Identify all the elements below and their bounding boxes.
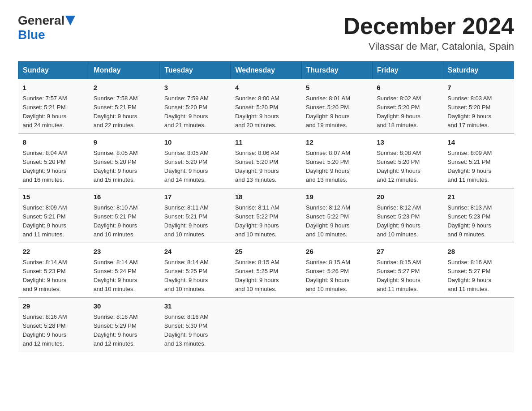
calendar-cell — [231, 298, 301, 352]
calendar-cell: 28Sunrise: 8:16 AM Sunset: 5:27 PM Dayli… — [443, 243, 514, 298]
day-info: Sunrise: 8:15 AM Sunset: 5:27 PM Dayligh… — [377, 258, 438, 294]
calendar-cell: 16Sunrise: 8:10 AM Sunset: 5:21 PM Dayli… — [89, 188, 160, 243]
day-number: 22 — [23, 247, 85, 257]
day-info: Sunrise: 8:03 AM Sunset: 5:20 PM Dayligh… — [447, 94, 509, 130]
day-info: Sunrise: 8:10 AM Sunset: 5:21 PM Dayligh… — [94, 203, 155, 240]
column-header-tuesday: Tuesday — [160, 62, 231, 79]
day-info: Sunrise: 8:09 AM Sunset: 5:21 PM Dayligh… — [23, 203, 85, 240]
calendar-cell: 15Sunrise: 8:09 AM Sunset: 5:21 PM Dayli… — [18, 188, 89, 243]
calendar-subtitle: Vilassar de Mar, Catalonia, Spain — [343, 41, 514, 52]
calendar-cell: 1Sunrise: 7:57 AM Sunset: 5:21 PM Daylig… — [18, 79, 89, 134]
calendar-cell: 23Sunrise: 8:14 AM Sunset: 5:24 PM Dayli… — [89, 243, 160, 298]
day-info: Sunrise: 8:05 AM Sunset: 5:20 PM Dayligh… — [94, 149, 155, 185]
calendar-cell: 25Sunrise: 8:15 AM Sunset: 5:25 PM Dayli… — [231, 243, 301, 298]
day-info: Sunrise: 8:00 AM Sunset: 5:20 PM Dayligh… — [235, 94, 297, 130]
day-info: Sunrise: 8:14 AM Sunset: 5:24 PM Dayligh… — [94, 258, 155, 294]
day-info: Sunrise: 8:16 AM Sunset: 5:27 PM Dayligh… — [447, 258, 509, 294]
day-info: Sunrise: 8:08 AM Sunset: 5:20 PM Dayligh… — [377, 149, 438, 185]
calendar-cell: 21Sunrise: 8:13 AM Sunset: 5:23 PM Dayli… — [443, 188, 514, 243]
calendar-cell: 7Sunrise: 8:03 AM Sunset: 5:20 PM Daylig… — [443, 79, 514, 134]
day-info: Sunrise: 8:04 AM Sunset: 5:20 PM Dayligh… — [23, 149, 85, 185]
calendar-cell: 17Sunrise: 8:11 AM Sunset: 5:21 PM Dayli… — [160, 188, 231, 243]
day-number: 7 — [447, 83, 509, 93]
column-header-friday: Friday — [372, 62, 443, 79]
day-info: Sunrise: 8:05 AM Sunset: 5:20 PM Dayligh… — [164, 149, 226, 185]
calendar-cell: 8Sunrise: 8:04 AM Sunset: 5:20 PM Daylig… — [18, 134, 89, 188]
calendar-cell: 12Sunrise: 8:07 AM Sunset: 5:20 PM Dayli… — [301, 134, 372, 188]
day-info: Sunrise: 8:12 AM Sunset: 5:22 PM Dayligh… — [306, 203, 368, 240]
day-number: 1 — [23, 83, 85, 93]
day-number: 18 — [235, 192, 297, 202]
calendar-title: December 2024 — [343, 13, 514, 39]
day-number: 17 — [164, 192, 226, 202]
svg-marker-0 — [65, 16, 75, 26]
day-number: 30 — [94, 301, 155, 312]
day-number: 8 — [23, 137, 85, 148]
calendar-cell: 27Sunrise: 8:15 AM Sunset: 5:27 PM Dayli… — [372, 243, 443, 298]
day-number: 25 — [235, 247, 297, 257]
page-header: General Blue December 2024 Vilassar de M… — [18, 13, 514, 52]
calendar-week-row: 15Sunrise: 8:09 AM Sunset: 5:21 PM Dayli… — [18, 188, 514, 243]
day-number: 28 — [447, 247, 509, 257]
calendar-cell: 14Sunrise: 8:09 AM Sunset: 5:21 PM Dayli… — [443, 134, 514, 188]
day-number: 19 — [306, 192, 368, 202]
column-header-monday: Monday — [89, 62, 160, 79]
calendar-cell: 11Sunrise: 8:06 AM Sunset: 5:20 PM Dayli… — [231, 134, 301, 188]
day-number: 26 — [306, 247, 368, 257]
calendar-cell: 30Sunrise: 8:16 AM Sunset: 5:29 PM Dayli… — [89, 298, 160, 352]
calendar-cell: 31Sunrise: 8:16 AM Sunset: 5:30 PM Dayli… — [160, 298, 231, 352]
day-info: Sunrise: 8:11 AM Sunset: 5:22 PM Dayligh… — [235, 203, 297, 240]
calendar-cell: 5Sunrise: 8:01 AM Sunset: 5:20 PM Daylig… — [301, 79, 372, 134]
day-info: Sunrise: 7:58 AM Sunset: 5:21 PM Dayligh… — [94, 94, 155, 130]
day-number: 9 — [94, 137, 155, 148]
calendar-cell: 3Sunrise: 7:59 AM Sunset: 5:20 PM Daylig… — [160, 79, 231, 134]
day-info: Sunrise: 8:15 AM Sunset: 5:25 PM Dayligh… — [235, 258, 297, 294]
calendar-cell — [372, 298, 443, 352]
day-number: 12 — [306, 137, 368, 148]
calendar-cell: 29Sunrise: 8:16 AM Sunset: 5:28 PM Dayli… — [18, 298, 89, 352]
day-info: Sunrise: 8:01 AM Sunset: 5:20 PM Dayligh… — [306, 94, 368, 130]
calendar-cell: 24Sunrise: 8:14 AM Sunset: 5:25 PM Dayli… — [160, 243, 231, 298]
column-header-wednesday: Wednesday — [231, 62, 301, 79]
calendar-week-row: 22Sunrise: 8:14 AM Sunset: 5:23 PM Dayli… — [18, 243, 514, 298]
logo-triangle-icon — [65, 16, 75, 26]
calendar-cell: 19Sunrise: 8:12 AM Sunset: 5:22 PM Dayli… — [301, 188, 372, 243]
day-number: 3 — [164, 83, 226, 93]
day-info: Sunrise: 7:59 AM Sunset: 5:20 PM Dayligh… — [164, 94, 226, 130]
day-info: Sunrise: 8:14 AM Sunset: 5:23 PM Dayligh… — [23, 258, 85, 294]
day-number: 27 — [377, 247, 438, 257]
day-info: Sunrise: 8:07 AM Sunset: 5:20 PM Dayligh… — [306, 149, 368, 185]
calendar-cell — [301, 298, 372, 352]
day-number: 15 — [23, 192, 85, 202]
calendar-cell: 2Sunrise: 7:58 AM Sunset: 5:21 PM Daylig… — [89, 79, 160, 134]
day-number: 21 — [447, 192, 509, 202]
day-number: 4 — [235, 83, 297, 93]
logo-general-text: General — [18, 13, 64, 28]
column-header-thursday: Thursday — [301, 62, 372, 79]
day-number: 23 — [94, 247, 155, 257]
day-number: 20 — [377, 192, 438, 202]
day-info: Sunrise: 8:09 AM Sunset: 5:21 PM Dayligh… — [447, 149, 509, 185]
day-number: 2 — [94, 83, 155, 93]
title-block: December 2024 Vilassar de Mar, Catalonia… — [343, 13, 514, 52]
day-info: Sunrise: 8:14 AM Sunset: 5:25 PM Dayligh… — [164, 258, 226, 294]
calendar-cell: 18Sunrise: 8:11 AM Sunset: 5:22 PM Dayli… — [231, 188, 301, 243]
calendar-week-row: 29Sunrise: 8:16 AM Sunset: 5:28 PM Dayli… — [18, 298, 514, 352]
day-number: 11 — [235, 137, 297, 148]
calendar-cell: 13Sunrise: 8:08 AM Sunset: 5:20 PM Dayli… — [372, 134, 443, 188]
day-number: 31 — [164, 301, 226, 312]
calendar-cell: 4Sunrise: 8:00 AM Sunset: 5:20 PM Daylig… — [231, 79, 301, 134]
day-number: 10 — [164, 137, 226, 148]
day-number: 5 — [306, 83, 368, 93]
day-number: 16 — [94, 192, 155, 202]
logo-blue-text: Blue — [18, 28, 45, 42]
logo: General Blue — [18, 13, 75, 42]
calendar-week-row: 1Sunrise: 7:57 AM Sunset: 5:21 PM Daylig… — [18, 79, 514, 134]
calendar-header-row: SundayMondayTuesdayWednesdayThursdayFrid… — [18, 62, 514, 79]
day-info: Sunrise: 7:57 AM Sunset: 5:21 PM Dayligh… — [23, 94, 85, 130]
day-info: Sunrise: 8:06 AM Sunset: 5:20 PM Dayligh… — [235, 149, 297, 185]
day-info: Sunrise: 8:12 AM Sunset: 5:23 PM Dayligh… — [377, 203, 438, 240]
day-info: Sunrise: 8:02 AM Sunset: 5:20 PM Dayligh… — [377, 94, 438, 130]
day-info: Sunrise: 8:16 AM Sunset: 5:30 PM Dayligh… — [164, 313, 226, 349]
day-number: 24 — [164, 247, 226, 257]
